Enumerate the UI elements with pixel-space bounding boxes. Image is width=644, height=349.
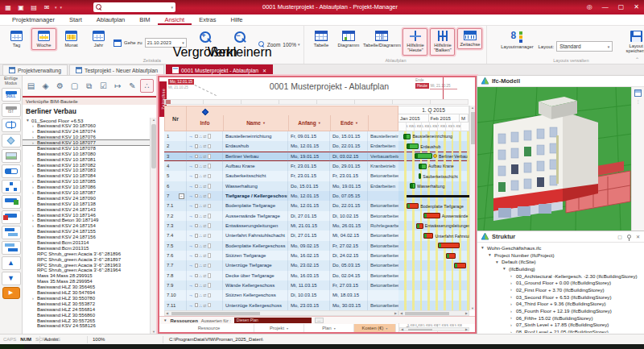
bim-tree-item[interactable]: ›Basiswand:Beton 30:187149 xyxy=(23,218,150,223)
bim-tree-item[interactable]: ›Basiswand:KSV 10:187087 xyxy=(23,190,150,196)
search-dropdown-icon[interactable]: ▾ xyxy=(171,5,173,10)
bim-tree-item[interactable]: Basiswand:Bcm:201315 xyxy=(23,245,150,251)
bim-tree-item[interactable]: Basiswand:KSV 24:187155 xyxy=(23,229,150,235)
checkbox-icon[interactable] xyxy=(195,254,199,258)
bim-tree-item[interactable]: Basiswand:KSV 10:187083 xyxy=(23,168,150,173)
scroll-thumb[interactable] xyxy=(151,124,156,168)
unlink-tasks-button[interactable] xyxy=(2,241,21,255)
gantt-task-row[interactable]: 7.9→∴⇄Wände KellergeschossMi, 11.03.15Fr… xyxy=(164,280,398,290)
scroll-thumb[interactable] xyxy=(405,312,449,315)
redo-dropdown-icon[interactable]: ▾ xyxy=(60,5,63,10)
bim-tree-item[interactable]: Basiswand:KSV 24:187156 xyxy=(23,235,150,240)
scroll-up-icon[interactable]: ▲ xyxy=(470,106,475,110)
gantt-bar[interactable] xyxy=(423,233,434,239)
structure-tree-item[interactable]: ›05_Fourth Floor + 12.19 (IfcBuildingSto… xyxy=(480,307,644,314)
cube-icon[interactable]: ◈ xyxy=(39,79,52,93)
checkbox-icon[interactable] xyxy=(195,135,199,139)
structure-tree-item[interactable]: ▾(IfcBuilding) xyxy=(480,265,644,272)
gantt-task-row[interactable]: 7.10→∴⇄Stützen KellergeschossDi, 10.03.1… xyxy=(164,290,398,300)
print-icon[interactable]: ▤ xyxy=(29,2,39,12)
checkbox-icon[interactable] xyxy=(195,234,199,238)
summary-structure-button[interactable] xyxy=(2,180,21,193)
run-button[interactable]: ▶ xyxy=(2,287,20,299)
structure-tree-item[interactable]: ›01_Ground Floor + 0.00 (IfcBuildingStor… xyxy=(480,279,644,286)
chart-horizontal-scrollbar[interactable]: ◀ ▶ xyxy=(398,310,469,316)
scroll-left-icon[interactable]: ◀ xyxy=(401,327,403,331)
more-options-button[interactable]: ... xyxy=(315,318,324,323)
tab-close-icon[interactable]: ✕ xyxy=(262,68,266,73)
ribbon-collapse-icon[interactable]: ⌃ xyxy=(635,56,639,62)
move-up-button[interactable]: ▲ xyxy=(2,256,21,270)
bim-tree-item[interactable]: Basiswand:KSV 24:187090 xyxy=(23,195,150,201)
structure-tree-item[interactable]: ›07_Sixth Level + 17.85 (IfcBuildingStor… xyxy=(480,322,644,329)
table-horizontal-scrollbar[interactable]: ◀ ▶ xyxy=(164,310,398,316)
bim-tree-item[interactable]: ›Basiswand:KSV 10:187085 xyxy=(23,179,150,185)
monitor-icon[interactable]: ▢ xyxy=(68,79,81,93)
monat-button[interactable]: Monat xyxy=(59,28,84,50)
gantt-bar[interactable] xyxy=(423,213,440,218)
bim-tree-item[interactable]: ›Basiswand:KSV 10:187086 xyxy=(23,185,150,190)
diagramm-button[interactable]: Diagramm xyxy=(336,28,361,50)
checkbox-icon[interactable] xyxy=(195,244,199,248)
layout-select[interactable]: Standard ▾ xyxy=(556,41,613,52)
gantt-bar[interactable] xyxy=(454,263,466,268)
bim-tree-item[interactable]: ›Basiswand:KSV 10:187077 xyxy=(23,140,150,146)
column-ende[interactable]: Ende▼ xyxy=(330,115,368,131)
gantt-task-row[interactable]: 6→∴⇄WasserhaltungDo, 15.01.15Mo, 19.01.1… xyxy=(164,181,398,191)
scroll-right-icon[interactable]: ▶ xyxy=(465,327,468,331)
gantt-task-row[interactable]: 7−→∴⇄Tiefgarage / KellergeschossMo, 12.0… xyxy=(164,191,398,201)
ist-mode-button[interactable]: IST xyxy=(2,103,21,117)
structure-tree-item[interactable]: ›03_Second Floor + 6.53 (IfcBuildingStor… xyxy=(480,293,644,301)
settings-gear-icon[interactable]: ⚙ xyxy=(53,79,67,93)
document-tab[interactable]: Testprojekt - Neuer Ablaufplan xyxy=(69,64,164,75)
docked-panel-icon[interactable] xyxy=(634,89,642,97)
gantt-bar[interactable] xyxy=(407,143,419,149)
save-icon[interactable]: ▣ xyxy=(16,2,26,12)
bim-tree-item[interactable]: RPC Shrub_green:Acacia 3'-6":281897 xyxy=(23,256,150,262)
bim-tree-item[interactable]: ›Basiswand:HLZ 30:550780 xyxy=(23,296,150,301)
bim-tree-item[interactable]: Basiswand:Bcm:201314 xyxy=(23,240,150,246)
task-bar-button[interactable] xyxy=(2,164,21,178)
checkbox-icon[interactable] xyxy=(195,284,199,288)
copy-icon[interactable]: ⧉ xyxy=(82,79,96,93)
gantt-task-row[interactable]: 2→∴⇄ErdaushubMo, 12.01.15Do, 22.01.15Erd… xyxy=(164,141,398,151)
zoom-value-dropdown[interactable]: 100% ▾ xyxy=(283,42,299,48)
close-panel-icon[interactable]: ✕ xyxy=(636,234,640,239)
menu-item-extras[interactable]: Extras xyxy=(192,15,223,25)
mini-scrollbar[interactable]: ◀ ▶ xyxy=(399,327,469,331)
checkbox-icon[interactable] xyxy=(195,144,199,148)
chart-vertical-scrollbar[interactable]: ▲ ▼ xyxy=(469,106,475,310)
tag-button[interactable]: Tag xyxy=(4,28,29,50)
export-icon[interactable]: ↦ xyxy=(111,79,125,93)
gantt-bar[interactable] xyxy=(407,203,419,209)
resource-column-header[interactable]: Plan▾ xyxy=(304,324,354,332)
zeitachse-button[interactable]: Zeitachse xyxy=(457,28,482,49)
global-search-input[interactable]: ▾ xyxy=(93,2,175,12)
menu-item-ablaufplan[interactable]: Ablaufplan xyxy=(89,15,132,25)
hilfslinie-heute-button[interactable]: Hilfslinie "Heute" xyxy=(402,28,427,56)
bim-tree-item[interactable]: Basiswand:KSV 24:558126 xyxy=(23,323,150,329)
menu-item-hilfe[interactable]: Hilfe xyxy=(223,15,250,25)
structure-tree-item[interactable]: ▾Default (IfcSite) xyxy=(480,258,644,265)
image-annotation-button[interactable] xyxy=(2,149,21,163)
woche-button[interactable]: Woche xyxy=(31,28,56,50)
bim-tree-item[interactable]: Basiswand:KSV 10:187081 xyxy=(23,156,150,162)
menu-item-start[interactable]: Start xyxy=(62,15,89,25)
column-gewerk[interactable] xyxy=(368,115,398,131)
resource-marker-icon[interactable] xyxy=(433,154,437,158)
bim-tree-item[interactable]: Basiswand:KSV 24:187143 xyxy=(23,206,150,212)
checkbox-icon[interactable] xyxy=(195,194,199,198)
structure-tree-item[interactable]: ›04_Third Floor + 9.36 (IfcBuildingStore… xyxy=(480,301,644,308)
collapse-toggle-icon[interactable]: − xyxy=(179,193,184,199)
mail-icon[interactable]: ✉ xyxy=(42,2,52,12)
gantt-task-row[interactable]: 7.6→∴⇄Stützen TiefgarageMo, 16.02.15Di, … xyxy=(164,251,398,260)
milestone-button[interactable] xyxy=(2,134,21,147)
move-down-button[interactable]: ▼ xyxy=(2,272,21,285)
gantt-bar[interactable] xyxy=(415,153,432,159)
tabelle-diagramm-button[interactable]: Tabelle/Diagramm xyxy=(363,28,400,50)
pin-icon[interactable] xyxy=(627,235,631,239)
bim-tree-item[interactable]: Basiswand:HLZ 30:553872 xyxy=(23,301,150,306)
bim-tree-item[interactable]: ›Basiswand:KSV 10:187076 xyxy=(23,135,150,140)
structure-tree-item[interactable]: ›02_First Floor + 3.70 (IfcBuildingStore… xyxy=(480,286,644,293)
gantt-task-row[interactable]: 4→∴⇄Aufbau KraneFr, 23.01.15Do, 29.01.15… xyxy=(164,161,398,171)
